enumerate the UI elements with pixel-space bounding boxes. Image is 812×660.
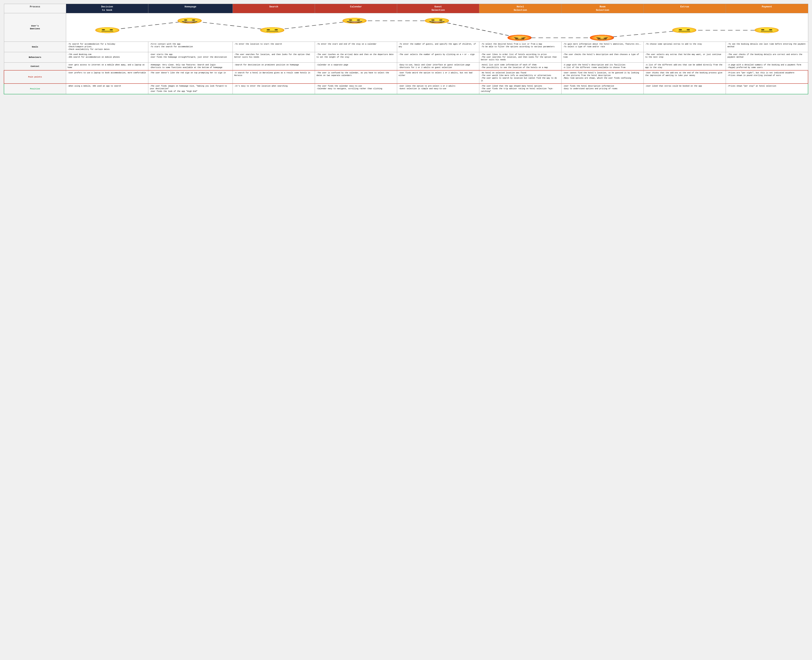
behaviours-search: -The user searches for location, and the… — [233, 52, 315, 63]
header-row: Process Decisionto book Homepage Search … — [4, 4, 808, 13]
header-decision: Decisionto book — [66, 4, 148, 13]
positive-hotel: -The user liked that the app showed many… — [479, 84, 562, 94]
positive-decision: -When using a mobile, 48% used an app to… — [66, 84, 148, 94]
pain-room: -User cannot find the hotel's location, … — [562, 70, 644, 84]
emotion-homepage: 😀 — [176, 17, 204, 24]
emotion-room: 😡 — [588, 34, 616, 41]
context-calendar: -Calendar on a separate page — [315, 63, 397, 70]
emotion-hotel: 😡 — [505, 34, 533, 41]
behaviours-homepage: -User starts the app-User finds the home… — [148, 52, 233, 63]
context-hotel: -Hotel list with some information of eac… — [479, 63, 562, 70]
context-decision: -User gets access to internet on a mobil… — [66, 63, 148, 70]
pain-payment: -Prices are "per night", but this is not… — [726, 70, 808, 84]
behaviours-payment: -The user checks if the booking details … — [726, 52, 808, 63]
emotion-extras: 😐 — [670, 27, 698, 34]
header-homepage: Homepage — [148, 4, 233, 13]
context-label: Context — [4, 63, 66, 70]
positive-guest: -User likes the option to pre-select 1 o… — [397, 84, 479, 94]
pain-hotel: -No hotel on selected location was found… — [479, 70, 562, 84]
behaviours-label: Behaviours — [4, 52, 66, 63]
emotion-decision: 😐 — [93, 27, 122, 34]
context-room: -A page with the hotel's description and… — [562, 63, 644, 70]
context-payment: -A page with a detailed summary of the b… — [726, 63, 808, 70]
goals-calendar: -To enter the start and end of the stay … — [315, 42, 397, 52]
emotions-chart-svg: 😐 😀 😐 😀 😀 😡 😡 😐 😐 — [66, 13, 808, 41]
header-room: RoomSelection — [562, 4, 644, 13]
pain-search: -A search for a hotel in Barcelona gives… — [233, 70, 315, 84]
goals-search: -To enter the location to start the sear… — [233, 42, 315, 52]
goals-row: Goals -To search for accommodation for a… — [4, 42, 808, 52]
emotion-calendar: 😀 — [340, 17, 369, 24]
goals-homepage: -First contact with the app-To start the… — [148, 42, 233, 52]
context-homepage: -Homepage: Very clean. Only two features… — [148, 63, 233, 70]
goals-extras: -To choose some optional extras to add t… — [644, 42, 726, 52]
positive-calendar: -The user finds the calendar easy-to-use… — [315, 84, 397, 94]
positive-room: -User finds the hotel description inform… — [562, 84, 644, 94]
header-hotel: HotelSelection — [479, 4, 562, 13]
header-calendar: Calendar — [315, 4, 397, 13]
positive-homepage: -The user finds images on homepage nice,… — [148, 84, 233, 94]
context-search: -Search for destination on prominent pos… — [233, 63, 315, 70]
pain-calendar: -The user is confused by the calendar, a… — [315, 70, 397, 84]
pain-extras: -User thinks that the add-ons at the end… — [644, 70, 726, 84]
emotion-search: 😐 — [258, 27, 286, 34]
header-payment: Payment — [726, 4, 808, 13]
behaviours-row: Behaviours -73% used Booking.com-36% sea… — [4, 52, 808, 63]
header-extras: Extras — [644, 4, 726, 13]
positive-label: Positive — [4, 84, 66, 94]
pain-guest: -User finds weird the option to select 1… — [397, 70, 479, 84]
emotions-row: User'sEmotions 😐 😀 😐 😀 😀 😡 — [4, 13, 808, 42]
behaviours-extras: -The user selects any extras that he/she… — [644, 52, 726, 63]
goals-hotel: -To select the desired hotel from a list… — [479, 42, 562, 52]
goals-label: Goals — [4, 42, 66, 52]
header-guest: GuestSelection — [397, 4, 479, 13]
main-table-wrapper: Process Decisionto book Homepage Search … — [4, 4, 808, 94]
context-extras: -A list of the different add-ons that ca… — [644, 63, 726, 70]
pain-points-label: Pain points — [4, 70, 66, 84]
pain-decision: -User prefers to use a laptop to book ac… — [66, 70, 148, 84]
positive-payment: -Prices shown "per stay" at hotel select… — [726, 84, 808, 94]
goals-payment: -To see the booking details one last tim… — [726, 42, 808, 52]
behaviours-calendar: -The user touches on the arrival date an… — [315, 52, 397, 63]
header-process: Process — [4, 4, 66, 13]
positive-search: -It's easy to enter the location when se… — [233, 84, 315, 94]
positive-row: Positive -When using a mobile, 48% used … — [4, 84, 808, 94]
behaviours-decision: -73% used Booking.com-36% search for acc… — [66, 52, 148, 63]
header-search: Search — [233, 4, 315, 13]
goals-room: -To gain more information about the hote… — [562, 42, 644, 52]
journey-map-table: Process Decisionto book Homepage Search … — [4, 4, 808, 94]
behaviours-hotel: -The user likes to order list of hotels … — [479, 52, 562, 63]
emotion-payment: 😐 — [753, 27, 781, 34]
emotion-guest: 😀 — [423, 17, 451, 24]
pain-homepage: -The user doesn't like the red sign on t… — [148, 70, 233, 84]
goals-decision: -To search for accommodation for a holid… — [66, 42, 148, 52]
emotions-label: User'sEmotions — [4, 13, 66, 42]
behaviours-room: -The user checks the hotel's description… — [562, 52, 644, 63]
context-row: Context -User gets access to internet on… — [4, 63, 808, 70]
context-guest: -Easy-to-use, basic and clear interface … — [397, 63, 479, 70]
goals-guest: -To enter the number of guests, and spec… — [397, 42, 479, 52]
behaviours-guest: -The user selects the number of guests b… — [397, 52, 479, 63]
positive-extras: -User liked that extras could be booked … — [644, 84, 726, 94]
pain-points-row: Pain points -User prefers to use a lapto… — [4, 70, 808, 84]
